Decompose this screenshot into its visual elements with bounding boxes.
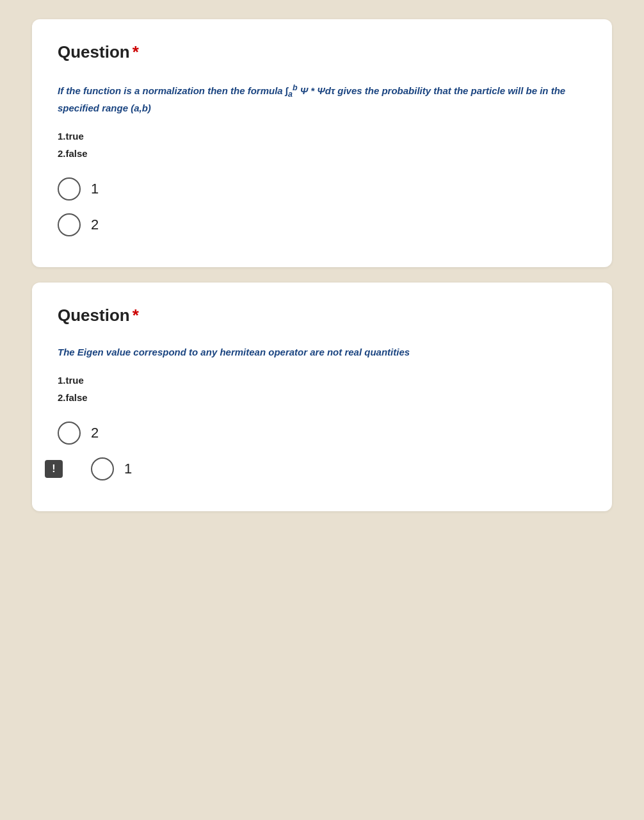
option-1-true-label: 1.true bbox=[58, 127, 586, 145]
radio-option-2-2[interactable]: ! 1 bbox=[58, 457, 586, 480]
radio-circle-2-1[interactable] bbox=[58, 422, 81, 445]
options-list-2: 1.true 2.false bbox=[58, 372, 586, 406]
question-body-2: The Eigen value correspond to any hermit… bbox=[58, 345, 586, 360]
options-list-1: 1.true 2.false bbox=[58, 127, 586, 162]
radio-circle-1-1[interactable] bbox=[58, 177, 81, 201]
option-2-false-label: 2.false bbox=[58, 145, 586, 162]
question-card-1: Question* If the function is a normaliza… bbox=[32, 19, 612, 267]
question-card-2: Question* The Eigen value correspond to … bbox=[32, 283, 612, 511]
radio-option-2-1[interactable]: 2 bbox=[58, 422, 586, 445]
radio-option-1-2[interactable]: 2 bbox=[58, 213, 586, 236]
radio-label-1-2: 2 bbox=[91, 217, 99, 233]
question-body-1: If the function is a normalization then … bbox=[58, 81, 586, 116]
radio-options-1: 1 2 bbox=[58, 177, 586, 236]
required-star-2: * bbox=[133, 306, 139, 325]
option-2-true-label: 1.true bbox=[58, 372, 586, 389]
radio-label-1-1: 1 bbox=[91, 181, 99, 197]
option-2-false-label-2: 2.false bbox=[58, 389, 586, 406]
question-title-2: Question* bbox=[58, 306, 586, 325]
required-star-1: * bbox=[133, 42, 139, 62]
radio-options-2: 2 ! 1 bbox=[58, 422, 586, 480]
radio-circle-1-2[interactable] bbox=[58, 213, 81, 236]
radio-label-2-1: 2 bbox=[91, 425, 99, 441]
alert-badge-icon: ! bbox=[45, 460, 63, 478]
question-title-1: Question* bbox=[58, 42, 586, 62]
radio-circle-2-2[interactable] bbox=[91, 457, 114, 480]
radio-label-2-2: 1 bbox=[124, 461, 132, 477]
radio-option-1-1[interactable]: 1 bbox=[58, 177, 586, 201]
